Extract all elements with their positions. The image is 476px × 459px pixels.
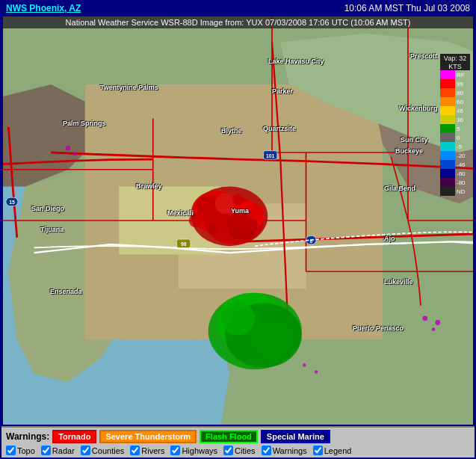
title-bar: NWS Phoenix, AZ 10:06 AM MST Thu Jul 03 … [1, 1, 475, 15]
map-header: National Weather Service WSR-88D Image f… [3, 16, 473, 28]
map-svg: 15 101 8 98 [3, 16, 473, 425]
svg-point-47 [422, 315, 427, 321]
svg-point-46 [73, 153, 77, 156]
highways-checkbox[interactable] [170, 446, 180, 455]
svg-point-38 [247, 203, 264, 221]
svg-point-43 [221, 301, 256, 336]
layer-legend[interactable]: Legend [313, 446, 352, 455]
datetime: 10:06 AM MST Thu Jul 03 2008 [344, 3, 470, 13]
legend-kts: KTS [440, 63, 470, 70]
legend-label: Legend [324, 446, 352, 455]
counties-checkbox[interactable] [81, 446, 90, 455]
color-legend: Vap: 32 KTS RF 99 80 60 46 36 5 0 -5 -20… [440, 54, 470, 196]
rivers-label: Rivers [141, 446, 164, 455]
svg-text:101: 101 [266, 153, 275, 158]
warnings-bar: Warnings: Tornado Severe Thunderstorm Fl… [6, 430, 470, 443]
map-wrapper: National Weather Service WSR-88D Image f… [1, 15, 475, 426]
svg-point-36 [189, 214, 203, 227]
cities-label: Cities [235, 446, 256, 455]
counties-label: Counties [92, 446, 124, 455]
layer-radar[interactable]: Radar [41, 446, 75, 455]
highways-label: Highways [182, 446, 217, 455]
layer-topo[interactable]: Topo [6, 446, 35, 455]
svg-point-50 [303, 363, 306, 367]
svg-point-44 [251, 318, 294, 361]
bottom-panel: Warnings: Tornado Severe Thunderstorm Fl… [1, 426, 475, 458]
svg-point-49 [435, 320, 440, 325]
radar-label: Radar [52, 446, 75, 455]
warnings-layer-label: Warnings [273, 446, 307, 455]
layer-counties[interactable]: Counties [81, 446, 124, 455]
layer-cities[interactable]: Cities [223, 446, 256, 455]
flash-flood-button[interactable]: Flash Flood [200, 430, 258, 443]
special-marine-button[interactable]: Special Marine [261, 430, 330, 443]
cities-checkbox[interactable] [223, 446, 233, 455]
app-container: NWS Phoenix, AZ 10:06 AM MST Thu Jul 03 … [0, 0, 476, 459]
svg-point-51 [315, 370, 318, 374]
topo-label: Topo [17, 446, 35, 455]
svg-point-39 [232, 194, 244, 206]
legend-checkbox[interactable] [313, 446, 323, 455]
severe-thunderstorm-button[interactable]: Severe Thunderstorm [99, 430, 197, 443]
layers-bar: Topo Radar Counties Rivers Highways Citi… [6, 446, 470, 455]
svg-text:98: 98 [181, 241, 187, 247]
svg-point-34 [215, 194, 235, 214]
rivers-checkbox[interactable] [130, 446, 140, 455]
svg-text:8: 8 [309, 238, 312, 244]
svg-point-37 [208, 224, 218, 235]
layer-rivers[interactable]: Rivers [130, 446, 164, 455]
map-container: National Weather Service WSR-88D Image f… [3, 16, 473, 425]
warnings-checkbox[interactable] [262, 446, 271, 455]
tornado-button[interactable]: Tornado [52, 430, 96, 443]
warnings-label: Warnings: [6, 431, 49, 442]
layer-warnings[interactable]: Warnings [262, 446, 307, 455]
svg-point-45 [66, 146, 71, 151]
svg-point-48 [432, 327, 436, 331]
nws-link[interactable]: NWS Phoenix, AZ [6, 3, 81, 13]
radar-checkbox[interactable] [41, 446, 51, 455]
topo-checkbox[interactable] [6, 446, 16, 455]
legend-title: Vap: 32 [440, 54, 470, 63]
svg-text:15: 15 [9, 200, 15, 205]
layer-highways[interactable]: Highways [170, 446, 217, 455]
